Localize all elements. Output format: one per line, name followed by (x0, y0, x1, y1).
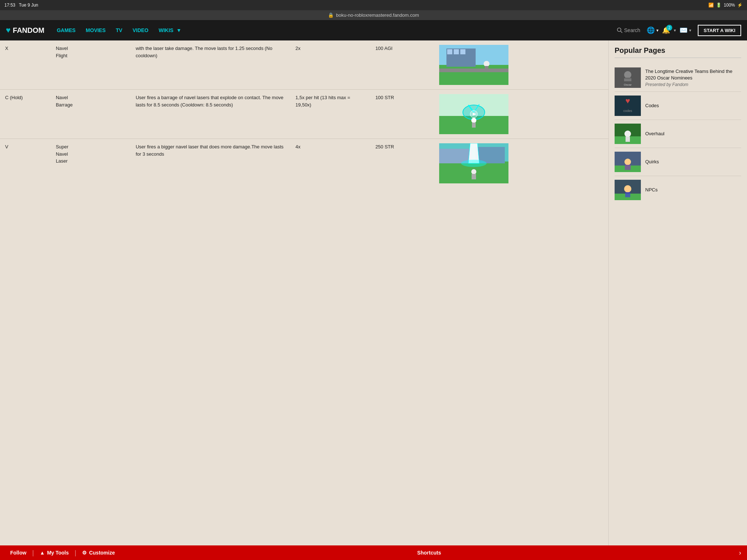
popular-item-title: Quirks (645, 159, 741, 165)
move-name: SuperNavelLaser (51, 139, 131, 188)
svg-point-38 (624, 131, 631, 137)
popular-thumb: ♥ codes (615, 96, 641, 116)
table-row: V SuperNavelLaser User fires a bigger na… (0, 139, 608, 188)
mail-button[interactable]: ✉️ ▼ (680, 26, 692, 34)
svg-rect-17 (472, 122, 476, 128)
customize-label: Customize (89, 550, 115, 553)
content-area: X NavelFlight with the laser take damage… (0, 40, 608, 553)
popular-page-item[interactable]: Overhaul (615, 120, 741, 148)
popular-item-text: Codes (645, 102, 741, 109)
svg-point-42 (624, 159, 631, 165)
popular-item-title: Codes (645, 102, 741, 109)
status-date: Tue 9 Jun (19, 3, 38, 8)
status-time-date: 17:53 Tue 9 Jun (4, 3, 38, 8)
popular-item-title: The Longtime Creative Teams Behind the 2… (645, 68, 741, 81)
popular-item-title: Overhaul (645, 131, 741, 137)
shortcuts-label: Shortcuts (417, 550, 441, 553)
svg-rect-7 (460, 49, 465, 54)
battery-level: 100% (724, 3, 735, 8)
codes-thumbnail: ♥ codes (615, 96, 641, 116)
start-wiki-button[interactable]: START A WIKI (698, 25, 741, 36)
svg-point-16 (471, 118, 476, 123)
popular-item-text: Overhaul (645, 131, 741, 137)
url-bar[interactable]: 🔒 boku-no-robloxremastered.fandom.com (0, 10, 747, 20)
popular-page-item[interactable]: Oscar The Longtime Creative Teams Behind… (615, 64, 741, 92)
nav-item-video[interactable]: VIDEO (127, 20, 154, 40)
chevron-down-icon: ▼ (655, 28, 659, 32)
move-description: with the laser take damage. The move las… (131, 40, 290, 90)
separator: | (75, 549, 77, 553)
popular-page-item[interactable]: NPCs (615, 176, 741, 204)
globe-button[interactable]: 🌐 ▼ (647, 26, 659, 34)
main-layout: X NavelFlight with the laser take damage… (0, 40, 747, 553)
chevron-down-icon: ▼ (176, 27, 181, 33)
popular-item-title: NPCs (645, 187, 741, 193)
my-tools-label: My Tools (47, 550, 69, 553)
svg-rect-3 (439, 65, 508, 85)
battery-icon: 🔋 (716, 3, 721, 8)
sidebar: Popular Pages Oscar The Longtime Creativ… (608, 40, 747, 553)
search-area[interactable]: Search (613, 27, 644, 33)
fandom-heart-icon: ♥ (6, 26, 11, 35)
move-key: C (Hold) (0, 90, 51, 139)
svg-point-9 (484, 61, 489, 67)
notification-bell[interactable]: 🔔 2 (662, 26, 670, 34)
fandom-logo-text: FANDOM (13, 26, 44, 35)
popular-item-text: Quirks (645, 159, 741, 165)
lock-icon: 🔒 (328, 12, 334, 18)
popular-item-text: NPCs (645, 187, 741, 193)
shortcuts-button[interactable]: Shortcuts (413, 550, 445, 553)
nav-item-games[interactable]: GAMES (52, 20, 81, 40)
url-text: boku-no-robloxremastered.fandom.com (336, 12, 419, 18)
wifi-icon: 📶 (708, 3, 714, 8)
moves-table: X NavelFlight with the laser take damage… (0, 40, 608, 188)
status-time: 17:53 (4, 3, 15, 8)
fandom-logo[interactable]: ♥ FANDOM (6, 26, 44, 35)
popular-thumb (615, 124, 641, 144)
move-key: X (0, 40, 51, 90)
svg-rect-47 (625, 192, 630, 197)
move-damage: 2x (290, 40, 370, 90)
search-icon (617, 27, 623, 33)
svg-rect-30 (624, 78, 631, 81)
nav-item-wikis[interactable]: WIKIS ▼ (154, 20, 186, 40)
svg-rect-43 (625, 165, 631, 170)
popular-thumb (615, 152, 641, 172)
move-name: NavelBarrage (51, 90, 131, 139)
separator: | (32, 549, 34, 553)
move-screenshot (439, 45, 508, 85)
svg-rect-27 (472, 174, 476, 179)
popular-page-item[interactable]: Quirks (615, 148, 741, 176)
nav-item-tv[interactable]: TV (111, 20, 128, 40)
main-header: ♥ FANDOM GAMES MOVIES TV VIDEO WIKIS ▼ S… (0, 20, 747, 40)
move-key: V (0, 139, 51, 188)
svg-point-25 (461, 160, 487, 167)
svg-text:♥: ♥ (625, 96, 630, 105)
customize-button[interactable]: ⚙ Customize (78, 550, 119, 553)
my-tools-button[interactable]: ▲ My Tools (35, 550, 73, 553)
chevron-down-icon: ▼ (688, 28, 692, 32)
svg-point-46 (624, 185, 631, 192)
popular-page-item[interactable]: ♥ codes Codes (615, 92, 741, 120)
battery-charging-icon: ⚡ (737, 3, 743, 8)
move-screenshot (439, 143, 508, 183)
move-description: User fires a bigger navel laser that doe… (131, 139, 290, 188)
follow-label: Follow (10, 550, 26, 553)
overhaul-thumbnail (615, 124, 641, 144)
move-requirement: 100 AGI (370, 40, 434, 90)
popular-pages-title: Popular Pages (615, 46, 741, 58)
game-screenshot-svg (439, 143, 508, 183)
chevron-right-icon: › (739, 549, 741, 553)
table-row: X NavelFlight with the laser take damage… (0, 40, 608, 90)
svg-text:Oscar: Oscar (624, 83, 632, 86)
svg-rect-39 (626, 137, 630, 142)
move-image-cell (434, 40, 608, 90)
bottom-bar: Follow | ▲ My Tools | ⚙ Customize Shortc… (0, 545, 747, 553)
nav-item-movies[interactable]: MOVIES (81, 20, 111, 40)
status-bar: 17:53 Tue 9 Jun 📶 🔋 100% ⚡ (0, 0, 747, 10)
header-icons: 🌐 ▼ 🔔 2 ▼ ✉️ ▼ START A WIKI (647, 25, 741, 36)
follow-button[interactable]: Follow (6, 550, 31, 553)
move-image-cell (434, 90, 608, 139)
move-damage: 4x (290, 139, 370, 188)
search-label: Search (624, 27, 640, 33)
